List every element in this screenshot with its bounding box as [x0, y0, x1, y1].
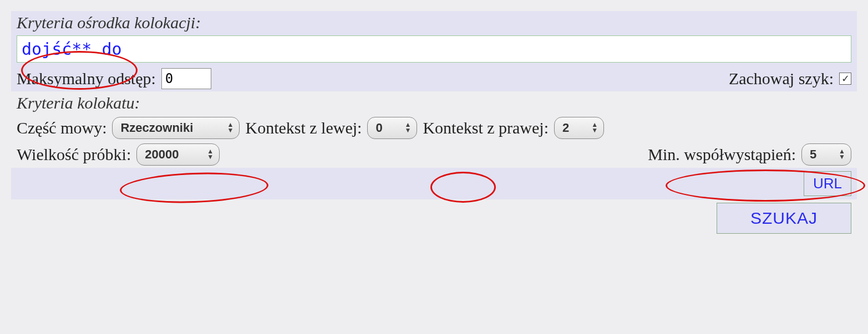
max-gap-input[interactable] [161, 68, 211, 89]
sample-label: Wielkość próbki: [17, 145, 131, 164]
search-button[interactable]: SZUKAJ [717, 203, 851, 234]
mincooc-value: 5 [810, 147, 839, 162]
sample-stepper[interactable]: 20000 ▲▼ [136, 143, 220, 166]
stepper-icon: ▲▼ [227, 122, 234, 133]
pos-select[interactable]: Rzeczowniki ▲▼ [112, 117, 240, 139]
ctx-left-stepper[interactable]: 0 ▲▼ [367, 117, 417, 139]
url-button[interactable]: URL [804, 171, 851, 196]
query-input[interactable] [17, 35, 851, 63]
stepper-icon: ▲▼ [405, 122, 412, 133]
mincooc-stepper[interactable]: 5 ▲▼ [801, 143, 851, 166]
ctx-right-label: Kontekst z prawej: [423, 119, 549, 137]
sample-value: 20000 [145, 147, 207, 162]
section-title-collocate: Kryteria kolokatu: [17, 94, 140, 112]
stepper-icon: ▲▼ [591, 122, 598, 133]
stepper-icon: ▲▼ [839, 149, 845, 160]
preserve-order-label: Zachowaj szyk: [729, 69, 834, 88]
pos-label: Część mowy: [17, 119, 106, 137]
mincooc-label: Min. współwystąpień: [648, 145, 796, 164]
preserve-order-checkbox[interactable]: ✓ [839, 73, 851, 85]
ctx-right-value: 2 [562, 121, 591, 135]
max-gap-label: Maksymalny odstęp: [17, 69, 156, 88]
ctx-left-label: Kontekst z lewej: [245, 119, 362, 137]
pos-select-value: Rzeczowniki [120, 121, 227, 135]
section-title-center: Kryteria ośrodka kolokacji: [17, 13, 201, 32]
ctx-left-value: 0 [375, 121, 404, 135]
ctx-right-stepper[interactable]: 2 ▲▼ [554, 117, 604, 139]
stepper-icon: ▲▼ [207, 149, 214, 160]
